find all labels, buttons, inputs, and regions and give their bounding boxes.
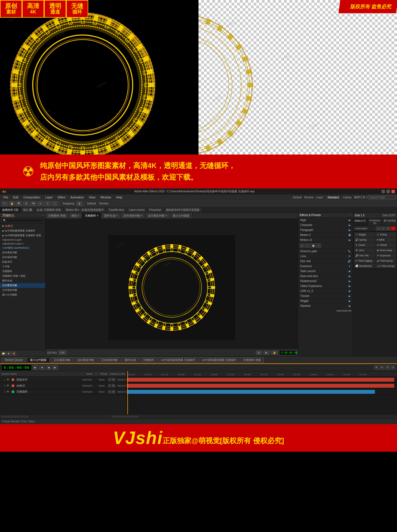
layer-row-2[interactable]: 2 👁 ae标识 Normal ▾ None ✓ ⊕ None ▾ [0,383,127,389]
vtab-7[interactable]: 最小公约圆案 [170,213,192,219]
panel-close[interactable]: × [42,214,44,217]
effect-argo[interactable]: Argo ▶ [298,218,353,223]
plugin-btn-swing[interactable]: ∿ Swing [375,232,396,237]
layer-row-1[interactable]: 1 👁 防盗水印 Normal ▾ None ✓ ⊕ None ▾ [0,377,127,383]
layer-mode-3[interactable]: Normal ▾ [82,390,98,393]
tab-typemonkey[interactable]: TypeMonkey [106,207,127,212]
effect-tasklaunch[interactable]: Task Launch ▶ [298,269,353,274]
sw3-1[interactable]: ✓ [108,390,111,393]
project-item-1[interactable]: ■ ac标识 [0,224,45,228]
effect-motion-v2[interactable]: Motion v2 ▶ [298,238,353,243]
project-item-9[interactable]: 防盗水印 [0,260,45,264]
play-btn[interactable]: ▶ [33,365,38,370]
tool-camera[interactable]: 📷 [30,201,36,206]
project-item-13[interactable]: 圆环合成 [0,278,45,283]
vtab-6[interactable]: 反向看直对帧 × [145,213,170,219]
layer-matte-3[interactable]: None [99,390,107,393]
btab-min[interactable]: 最小公约圆案 [27,357,50,363]
time-display[interactable]: 0:00:00:00 [2,365,31,371]
layer-eye-2[interactable]: 👁 [7,384,10,387]
auto-btn4[interactable]: ? [391,227,395,230]
tool-zoom[interactable]: 🔍 [16,201,22,206]
layer-row-3[interactable]: 3 👁 完整圆样 Normal ▾ None ✓ ⊕ None ▾ [0,389,127,395]
viewer-ctrl-3[interactable]: 🔒 [271,351,278,355]
vtab-1[interactable]: 完整图样 拼接 [45,213,69,219]
auto-btn3[interactable]: ⟲ [386,227,390,230]
btab-forward-zoom[interactable]: 正向缩转对帧 [98,357,121,363]
project-item-2[interactable]: ■ ac中国风圆形图案 无缝循环 [0,228,45,233]
plugin-btn-moveaway[interactable]: ◈ Move away [375,248,396,253]
scroll-right-bar[interactable] [111,416,139,418]
plugin-btn-paint-grp[interactable]: 🖌 Paint group [375,258,396,263]
effect-explosions[interactable]: Utilise Explosions ▶ [298,284,353,289]
stop-btn[interactable]: ■ [39,365,45,370]
plugin-btn-timeremap[interactable]: ⟶ Time remap [375,264,396,268]
plugin-btn-wiggle[interactable]: ✧ Wiggle [354,232,375,237]
website-link[interactable]: www.dubl.net [298,308,353,313]
tool-pen[interactable]: ✏ [37,201,44,206]
vtab-2[interactable]: 精彩 × [69,213,82,219]
effect-orient[interactable]: Orient to path 🔧 [298,249,353,254]
tl-btn4[interactable]: ⊡ [390,365,395,370]
project-item-11[interactable]: 完整图样 [0,269,45,274]
layer-eye-3[interactable]: 👁 [7,390,10,393]
tl-btn3[interactable]: ☰ [385,365,390,370]
sw2-2[interactable]: ⊕ [112,384,115,387]
tool-select[interactable]: ↖ [2,201,8,206]
mc4[interactable]: □ [316,243,321,248]
auto-btn1[interactable]: ◁ [376,227,380,230]
project-item-3[interactable]: ■ ac中国风圆形图案 无缝循环 拼接 [0,233,45,238]
plugin-btn-paint-rig[interactable]: ✏ Paint rigging [354,258,375,263]
tab-effects-controls[interactable]: 效果控件 [无] [0,207,21,212]
prev-frame[interactable]: ◀ [46,365,51,370]
maximize-button[interactable] [387,190,390,193]
viewer-ctrl-1[interactable]: ⊞ [256,351,262,355]
resolution-btn[interactable]: Full [58,351,66,355]
vtab-5[interactable]: 反向缩转对帧 × [121,213,146,219]
project-item-14[interactable]: 正向看直对帧 [0,283,45,288]
project-item-12[interactable]: 完整图样 拼接 × 精彩 [0,274,45,278]
btab-render[interactable]: Render Queue [2,358,26,362]
effect-stardust[interactable]: Stardust ▶ [298,304,353,308]
layer-mode-2[interactable]: Normal ▾ [82,384,98,387]
tool-snap[interactable]: ⊞ [76,201,82,206]
menu-effect[interactable]: Effect [55,196,68,199]
tl-btn2[interactable]: ⊟ [379,365,384,370]
plugin-btn-exposure[interactable]: ✦ Exposure [375,253,396,258]
plugin-btn-lens[interactable]: 👁 Lens [354,248,375,253]
plugin-btn-random[interactable]: 🎲 Randomize [354,264,375,268]
close-button[interactable] [391,190,395,193]
btab-forward-straight[interactable]: 正向看直对帧 [51,357,73,363]
layer-eye-1[interactable]: 👁 [7,378,10,381]
tab-flowchart[interactable]: Flowchart [147,207,163,212]
project-item-6[interactable]: VJshi频道.aep#BicBal.ai [0,246,45,250]
menu-edit[interactable]: Edit [11,196,21,199]
project-item-8[interactable]: 反向缩转对帧 [0,255,45,260]
sw1-1[interactable]: ✓ [108,378,111,381]
viewer-ctrl-2[interactable]: ▶ [264,351,269,355]
track-bar-3[interactable] [127,390,375,394]
plugin-tab-dub[interactable]: Dub1.5 ⓘ [353,218,368,225]
menu-help[interactable]: Help [114,196,125,199]
effect-rubber[interactable]: Rubbernose2 ▶ [298,279,353,284]
menu-view[interactable]: View [87,196,98,199]
layer-matte-2[interactable]: None [99,384,107,387]
minimize-button[interactable] [382,190,385,193]
project-item-16[interactable]: 最小公约圆案 [0,292,45,297]
tl-btn1[interactable]: ⊞ [374,365,379,370]
project-tab[interactable]: Project ≡ [2,214,15,217]
layer-matte-1[interactable]: None [99,378,107,381]
layer-parent-3[interactable]: None ▾ [117,390,125,393]
layer-mode-1[interactable]: Normal ▾ [82,378,98,381]
tool-text[interactable]: T [45,201,51,206]
menu-file[interactable]: File [1,196,10,199]
btab-reverse-straight[interactable]: 反向看直对帧 [74,357,97,363]
tool-hand[interactable]: ✋ [9,201,15,206]
mc3[interactable]: ⬤ [311,243,316,248]
btab-ac2[interactable]: ac中国风圆形图案 无缝循环 [199,357,239,363]
plugin-btn-wheel[interactable]: ⊙ Wheel [375,243,396,248]
tool-shape[interactable]: □ [52,201,58,206]
next-frame[interactable]: ▶ [52,365,58,370]
plugin-btn-blink[interactable]: ● Blink [375,237,396,242]
plugin-btn-orient[interactable]: ✦ Orient [354,243,375,248]
